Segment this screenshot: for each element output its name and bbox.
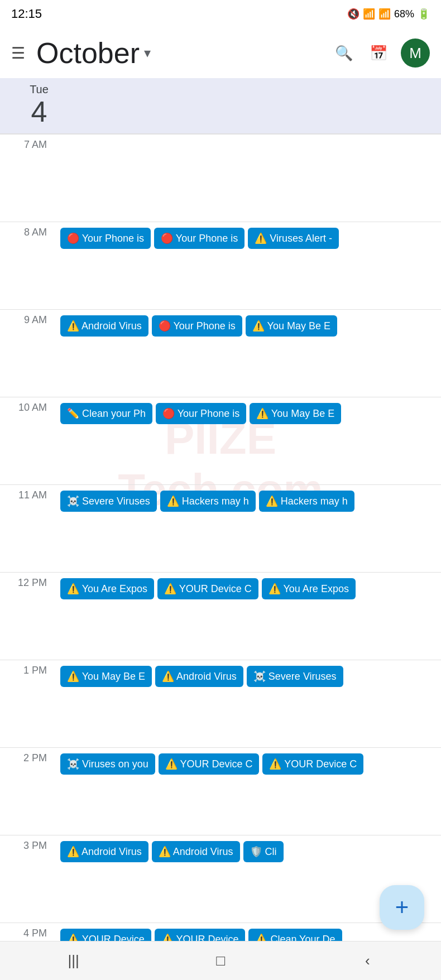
fab-button[interactable]: +: [380, 885, 424, 930]
time-row-12-pm: 12 PM⚠️ You Are Expos⚠️ YOUR Device C⚠️ …: [0, 572, 441, 660]
event-chip[interactable]: ⚠️ Hackers may h: [259, 491, 354, 512]
event-chip[interactable]: ⚠️ YOUR Device C: [262, 753, 363, 775]
date-label: Tue 4: [11, 83, 67, 128]
time-row-8-am: 8 AM🔴 Your Phone is🔴 Your Phone is⚠️ Vir…: [0, 222, 441, 309]
calendar-icon: 📅: [370, 45, 387, 62]
time-row-7-am: 7 AM: [0, 134, 441, 222]
partial-time-label: 4 PM: [0, 923, 56, 939]
time-label-6: 1 PM: [0, 660, 56, 676]
date-header: Tue 4: [0, 78, 441, 134]
calendar-body: PIIZETech.com 7 AM8 AM🔴 Your Phone is🔴 Y…: [0, 134, 441, 941]
event-chip[interactable]: ⚠️ Android Virus: [152, 841, 240, 862]
month-label: October: [36, 36, 140, 70]
event-chip[interactable]: ⚠️ Android Virus: [155, 666, 243, 687]
event-chip[interactable]: ⚠️ You Are Expos: [60, 578, 154, 599]
search-button[interactable]: 🔍: [332, 41, 356, 65]
recents-icon: |||: [68, 952, 79, 969]
event-chip[interactable]: ⚠️ Viruses Alert -: [248, 228, 339, 249]
signal-icon: 📶: [378, 8, 391, 20]
partial-events-container: ⚠️ YOUR Device⚠️ YOUR Device⚠️ Clean You…: [56, 923, 441, 941]
time-row-11-am: 11 AM☠️ Severe Viruses⚠️ Hackers may h⚠️…: [0, 484, 441, 572]
event-chip[interactable]: ⚠️ Android Virus: [60, 315, 148, 337]
battery-icon: 🔋: [418, 8, 430, 20]
fab-icon: +: [395, 894, 409, 921]
events-container-5: ⚠️ You Are Expos⚠️ YOUR Device C⚠️ You A…: [56, 573, 441, 599]
events-container-1: 🔴 Your Phone is🔴 Your Phone is⚠️ Viruses…: [56, 222, 441, 249]
wifi-icon: 📶: [363, 8, 375, 20]
top-icons: 🔍 📅 M: [332, 39, 430, 68]
event-chip[interactable]: 🛡️ Cli: [243, 841, 284, 862]
events-container-4: ☠️ Severe Viruses⚠️ Hackers may h⚠️ Hack…: [56, 485, 441, 512]
events-container-7: ☠️ Viruses on you⚠️ YOUR Device C⚠️ YOUR…: [56, 748, 441, 775]
time-row-9-am: 9 AM⚠️ Android Virus🔴 Your Phone is⚠️ Yo…: [0, 309, 441, 397]
event-chip[interactable]: ⚠️ Clean Your De: [248, 929, 342, 941]
event-chip[interactable]: ☠️ Severe Viruses: [60, 491, 157, 512]
time-label-2: 9 AM: [0, 310, 56, 326]
event-chip[interactable]: ⚠️ YOUR Device C: [159, 753, 260, 775]
event-chip[interactable]: ⚠️ You May Be E: [60, 666, 152, 687]
search-icon: 🔍: [335, 45, 353, 62]
battery-indicator: 68%: [394, 8, 414, 20]
time-row-1-pm: 1 PM⚠️ You May Be E⚠️ Android Virus☠️ Se…: [0, 660, 441, 747]
events-container-6: ⚠️ You May Be E⚠️ Android Virus☠️ Severe…: [56, 660, 441, 687]
nav-back[interactable]: ‹: [353, 947, 381, 975]
event-chip[interactable]: 🔴 Your Phone is: [156, 403, 246, 424]
status-icons: 🔇 📶 📶 68% 🔋: [347, 8, 430, 20]
top-bar: ☰ October ▾ 🔍 📅 M: [0, 28, 441, 78]
time-rows-container: 7 AM8 AM🔴 Your Phone is🔴 Your Phone is⚠️…: [0, 134, 441, 923]
event-chip[interactable]: 🔴 Your Phone is: [154, 228, 245, 249]
event-chip[interactable]: ⚠️ Hackers may h: [160, 491, 256, 512]
event-chip[interactable]: ⚠️ You May Be E: [250, 403, 341, 424]
events-container-8: ⚠️ Android Virus⚠️ Android Virus🛡️ Cli: [56, 835, 441, 862]
time-row-10-am: 10 AM✏️ Clean your Ph🔴 Your Phone is⚠️ Y…: [0, 397, 441, 484]
event-chip[interactable]: ⚠️ YOUR Device: [155, 929, 246, 941]
status-bar: 12:15 🔇 📶 📶 68% 🔋: [0, 0, 441, 28]
avatar[interactable]: M: [401, 39, 430, 68]
mute-icon: 🔇: [347, 8, 359, 20]
events-container-2: ⚠️ Android Virus🔴 Your Phone is⚠️ You Ma…: [56, 310, 441, 337]
status-time: 12:15: [11, 7, 42, 21]
events-container-0: [56, 134, 441, 140]
menu-icon[interactable]: ☰: [11, 44, 25, 63]
event-chip[interactable]: 🔴 Your Phone is: [60, 228, 151, 249]
time-label-5: 12 PM: [0, 573, 56, 589]
time-row-3-pm: 3 PM⚠️ Android Virus⚠️ Android Virus🛡️ C…: [0, 835, 441, 923]
day-number: 4: [31, 96, 47, 128]
event-chip[interactable]: ⚠️ YOUR Device: [60, 929, 151, 941]
month-title-container[interactable]: October ▾: [36, 36, 320, 70]
bottom-nav: ||| □ ‹: [0, 941, 441, 980]
event-chip[interactable]: ✏️ Clean your Ph: [60, 403, 152, 424]
event-chip[interactable]: 🔴 Your Phone is: [152, 315, 242, 337]
nav-home[interactable]: □: [207, 947, 234, 975]
events-container-3: ✏️ Clean your Ph🔴 Your Phone is⚠️ You Ma…: [56, 397, 441, 424]
time-row-2-pm: 2 PM☠️ Viruses on you⚠️ YOUR Device C⚠️ …: [0, 747, 441, 835]
partial-time-row: 4 PM⚠️ YOUR Device⚠️ YOUR Device⚠️ Clean…: [0, 923, 441, 941]
time-label-8: 3 PM: [0, 835, 56, 852]
time-label-3: 10 AM: [0, 397, 56, 414]
back-icon: ‹: [365, 952, 370, 969]
event-chip[interactable]: ⚠️ You May Be E: [246, 315, 337, 337]
home-icon: □: [216, 952, 225, 969]
time-label-7: 2 PM: [0, 748, 56, 764]
dropdown-arrow: ▾: [144, 45, 151, 61]
event-chip[interactable]: ⚠️ YOUR Device C: [157, 578, 258, 599]
nav-recents[interactable]: |||: [60, 947, 88, 975]
time-label-0: 7 AM: [0, 134, 56, 151]
event-chip[interactable]: ⚠️ You Are Expos: [262, 578, 356, 599]
event-chip[interactable]: ☠️ Viruses on you: [60, 753, 155, 775]
time-label-4: 11 AM: [0, 485, 56, 501]
event-chip[interactable]: ⚠️ Android Virus: [60, 841, 148, 862]
time-label-1: 8 AM: [0, 222, 56, 238]
event-chip[interactable]: ☠️ Severe Viruses: [247, 666, 343, 687]
day-name: Tue: [30, 83, 49, 96]
calendar-view-button[interactable]: 📅: [366, 41, 391, 65]
